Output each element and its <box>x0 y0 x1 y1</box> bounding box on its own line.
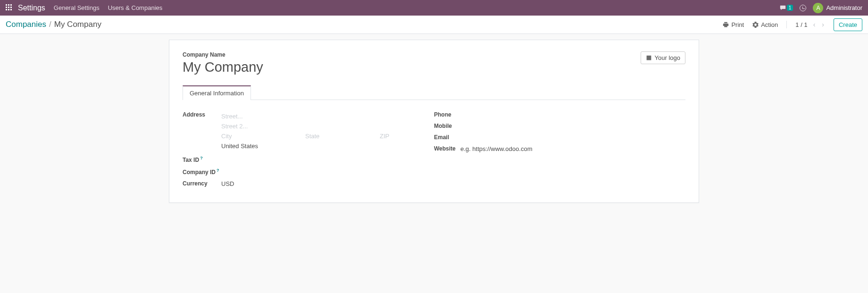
label-email: Email <box>434 133 460 141</box>
company-name-value[interactable]: My Company <box>183 60 263 75</box>
address-street[interactable]: Street... <box>221 111 428 121</box>
address-street2[interactable]: Street 2... <box>221 121 428 131</box>
company-id-value[interactable] <box>226 167 428 168</box>
tab-general-information[interactable]: General Information <box>183 85 251 100</box>
pager-next[interactable]: › <box>821 21 825 28</box>
svg-point-0 <box>647 56 648 57</box>
your-logo-button[interactable]: Your logo <box>641 51 685 64</box>
apps-icon[interactable] <box>6 4 13 12</box>
currency-value[interactable]: USD <box>221 179 428 187</box>
pager-prev[interactable]: ‹ <box>812 21 817 28</box>
tax-id-value[interactable] <box>221 155 428 156</box>
label-currency: Currency <box>183 179 221 187</box>
label-address: Address <box>183 110 221 118</box>
label-tax-id: Tax ID? <box>183 155 221 163</box>
help-tax-id[interactable]: ? <box>200 156 203 160</box>
image-icon <box>646 55 652 61</box>
action-label: Action <box>761 21 778 28</box>
brand-title[interactable]: Settings <box>18 4 45 12</box>
avatar: A <box>813 3 823 13</box>
user-name: Administrator <box>826 4 862 11</box>
help-company-id[interactable]: ? <box>217 168 219 173</box>
activities-icon[interactable] <box>800 5 806 11</box>
address-country[interactable]: United States <box>221 141 428 151</box>
print-icon <box>723 22 729 28</box>
company-name-label: Company Name <box>183 51 263 58</box>
breadcrumb: Companies / My Company <box>6 20 101 29</box>
pager-text: 1 / 1 <box>795 21 807 28</box>
label-company-id: Company ID? <box>183 167 226 176</box>
nav-users-companies[interactable]: Users & Companies <box>108 4 163 11</box>
address-state[interactable]: State <box>305 131 376 141</box>
action-button[interactable]: Action <box>752 21 778 28</box>
control-bar: Companies / My Company Print Action 1 / … <box>0 16 868 34</box>
address-zip[interactable]: ZIP <box>380 131 417 141</box>
label-mobile: Mobile <box>434 122 460 129</box>
breadcrumb-companies[interactable]: Companies <box>6 20 46 29</box>
print-label: Print <box>731 21 744 28</box>
email-value[interactable] <box>460 133 680 134</box>
website-value[interactable]: e.g. https://www.odoo.com <box>460 144 680 152</box>
print-button[interactable]: Print <box>723 21 744 28</box>
user-menu[interactable]: A Administrator <box>813 3 862 13</box>
gear-icon <box>752 22 759 28</box>
left-column: Address Street... Street 2... City State… <box>183 109 434 189</box>
form-container: Company Name My Company Your logo Genera… <box>0 34 868 212</box>
create-button[interactable]: Create <box>834 18 862 31</box>
phone-value[interactable] <box>460 110 680 111</box>
form-sheet: Company Name My Company Your logo Genera… <box>169 40 699 203</box>
your-logo-label: Your logo <box>655 54 680 61</box>
breadcrumb-active: My Company <box>54 20 101 29</box>
label-website: Website <box>434 144 460 152</box>
mobile-value[interactable] <box>460 122 680 123</box>
right-column: Phone Mobile Email Website e.g. https://… <box>434 109 685 189</box>
pager: 1 / 1 ‹ › <box>786 21 825 28</box>
nav-general-settings[interactable]: General Settings <box>54 4 100 11</box>
label-phone: Phone <box>434 110 460 118</box>
messaging-button[interactable]: 1 <box>780 5 793 11</box>
chat-icon <box>780 5 786 11</box>
breadcrumb-sep: / <box>49 20 51 29</box>
address-city[interactable]: City <box>221 131 301 141</box>
chat-badge: 1 <box>787 5 793 11</box>
tabs: General Information <box>183 85 685 100</box>
top-navbar: Settings General Settings Users & Compan… <box>0 0 868 16</box>
